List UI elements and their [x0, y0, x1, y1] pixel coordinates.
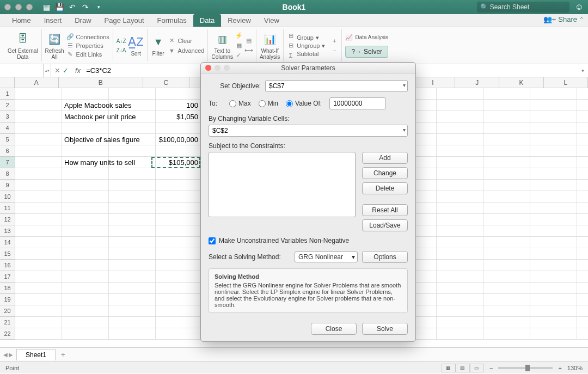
namebox-stepper[interactable]: ▴▾ [44, 64, 51, 77]
sort-asc-icon[interactable]: A↓Z [117, 38, 126, 44]
cell-C2[interactable]: 100 [151, 100, 200, 111]
cell-B3[interactable]: Macbook per unit price [62, 111, 162, 122]
row-header[interactable]: 20 [0, 305, 15, 317]
min-radio[interactable]: Min [259, 100, 278, 107]
tab-review[interactable]: Review [221, 14, 258, 27]
changing-cells-input[interactable] [209, 125, 408, 137]
subtotal-icon[interactable]: Σ [287, 52, 295, 59]
page-break-icon[interactable]: ▭ [470, 364, 484, 372]
solver-button[interactable]: ?→Solver [345, 46, 388, 58]
cell-B7[interactable]: How many units to sell [62, 157, 162, 168]
row-header[interactable]: 2 [0, 100, 15, 111]
sort-desc-icon[interactable]: Z↓A [117, 47, 126, 53]
show-detail-icon[interactable]: + [330, 37, 338, 45]
row-header[interactable]: 3 [0, 111, 15, 122]
row-header[interactable]: 8 [0, 168, 15, 180]
col-header-C[interactable]: C [143, 77, 189, 88]
value-of-radio[interactable]: Value Of: [286, 100, 322, 107]
minimize-window-icon[interactable] [15, 4, 22, 10]
close-window-icon[interactable] [4, 4, 11, 10]
fx-icon[interactable]: fx [72, 66, 84, 75]
tab-view[interactable]: View [258, 14, 286, 27]
reset-all-button[interactable]: Reset All [362, 204, 408, 216]
connections-button[interactable]: 🔗Connections [66, 33, 109, 41]
objective-input[interactable] [265, 80, 408, 92]
consolidate-icon[interactable]: ▤ [245, 37, 253, 45]
change-constraint-button[interactable]: Change [362, 167, 408, 179]
dialog-close-icon[interactable] [205, 65, 211, 71]
close-button[interactable]: Close [311, 323, 357, 335]
cell-C5[interactable]: $100,00,000 [151, 134, 200, 145]
expand-formula-icon[interactable]: ▾ [577, 68, 588, 73]
zoom-window-icon[interactable] [26, 4, 33, 10]
row-header[interactable]: 7 [0, 157, 15, 168]
row-header[interactable]: 14 [0, 237, 15, 248]
col-header-L[interactable]: L [544, 77, 588, 88]
get-external-data-button[interactable]: 🗄Get External Data [8, 32, 38, 60]
group-button[interactable]: Group ▾ [297, 34, 325, 41]
row-header[interactable]: 9 [0, 180, 15, 191]
row-header[interactable]: 5 [0, 134, 15, 145]
cell-B5[interactable]: Objective of sales figure [62, 134, 162, 145]
constraints-listbox[interactable] [209, 152, 356, 217]
row-header[interactable]: 10 [0, 191, 15, 203]
row-header[interactable]: 19 [0, 294, 15, 305]
row-header[interactable]: 18 [0, 283, 15, 294]
zoom-in-icon[interactable]: + [558, 365, 561, 371]
max-radio[interactable]: Max [229, 100, 251, 107]
relationships-icon[interactable]: ⟷ [245, 47, 253, 54]
advanced-filter-button[interactable]: ▼Advanced [168, 47, 205, 54]
sort-button[interactable]: A̲ZSort [128, 34, 144, 57]
col-header-I[interactable]: I [411, 77, 455, 88]
sheet-next-icon[interactable]: ▶ [9, 352, 13, 358]
row-header[interactable]: 21 [0, 317, 15, 328]
tab-formulas[interactable]: Formulas [151, 14, 193, 27]
page-layout-icon[interactable]: ▤ [456, 364, 470, 372]
share-button[interactable]: 👥+Share ⌃ [543, 15, 584, 23]
clear-filter-button[interactable]: ✕Clear [168, 37, 205, 45]
filter-button[interactable]: ▼Filter [151, 34, 166, 57]
add-sheet-button[interactable]: + [56, 351, 71, 359]
cell-C3[interactable]: $1,050 [151, 111, 200, 122]
remove-dup-icon[interactable]: ▦ [235, 42, 243, 50]
autosave-icon[interactable]: ▦ [41, 2, 51, 12]
tab-data[interactable]: Data [193, 14, 221, 27]
select-all-corner[interactable] [0, 77, 15, 88]
row-header[interactable]: 1 [0, 88, 15, 100]
row-header[interactable]: 22 [0, 328, 15, 340]
data-val-icon[interactable]: ✓ [235, 52, 243, 59]
search-sheet-input[interactable] [477, 2, 569, 13]
row-header[interactable]: 6 [0, 145, 15, 157]
collapse-icon[interactable]: ▾ [403, 127, 406, 133]
enter-formula-icon[interactable]: ✓ [63, 66, 69, 75]
delete-constraint-button[interactable]: Delete [362, 182, 408, 194]
add-constraint-button[interactable]: Add [362, 152, 408, 164]
group-icon[interactable]: ⊞ [287, 32, 295, 40]
properties-button[interactable]: ☰Properties [66, 42, 109, 50]
zoom-slider[interactable] [498, 367, 553, 369]
row-header[interactable]: 17 [0, 271, 15, 283]
options-button[interactable]: Options [362, 251, 408, 263]
qat-more-icon[interactable]: ▾ [94, 2, 103, 12]
tab-insert[interactable]: Insert [38, 14, 69, 27]
col-header-K[interactable]: K [499, 77, 543, 88]
cell-C7[interactable]: $105,000 [151, 157, 200, 168]
row-header[interactable]: 16 [0, 260, 15, 271]
cell-B2[interactable]: Apple Macbook sales [62, 100, 162, 111]
cancel-formula-icon[interactable]: ✕ [54, 66, 60, 75]
row-header[interactable]: 12 [0, 214, 15, 225]
subtotal-button[interactable]: Subtotal [297, 51, 325, 57]
unconstrained-checkbox[interactable]: Make Unconstrained Variables Non-Negativ… [209, 237, 408, 244]
text-to-columns-button[interactable]: ▥Text to Columns [211, 32, 232, 60]
load-save-button[interactable]: Load/Save [362, 219, 408, 231]
undo-icon[interactable]: ↶ [68, 2, 77, 12]
col-header-B[interactable]: B [59, 77, 143, 88]
sheet-prev-icon[interactable]: ◀ [3, 352, 8, 358]
zoom-out-icon[interactable]: − [489, 365, 493, 371]
tab-page-layout[interactable]: Page Layout [98, 14, 151, 27]
collapse-icon[interactable]: ▾ [403, 82, 406, 88]
refresh-all-button[interactable]: 🔄Refresh All [45, 32, 64, 60]
name-box[interactable] [0, 64, 44, 77]
save-icon[interactable]: 💾 [54, 2, 64, 12]
data-analysis-button[interactable]: 📈Data Analysis [345, 34, 388, 41]
